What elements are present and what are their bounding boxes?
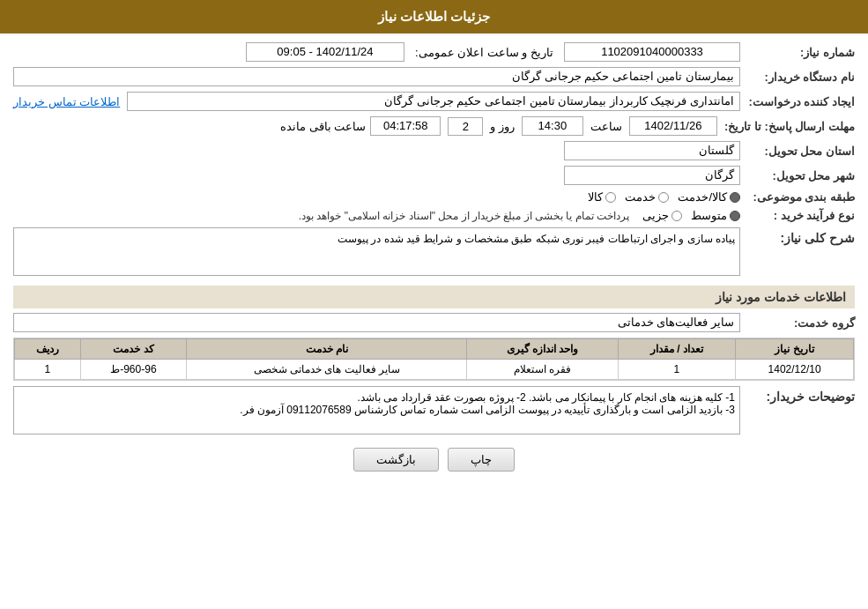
ijad-label: ایجاد کننده درخواست:	[740, 95, 855, 108]
row-shahr: شهر محل تحویل: گرگان	[13, 166, 855, 185]
mohlat-saet-label: ساعت	[590, 120, 622, 133]
nam-dastgah-value: بیمارستان تامین اجتماعی حکیم جرجانی گرگا…	[13, 67, 740, 86]
cell-radif: 1	[15, 360, 81, 380]
btn-chap[interactable]: چاپ	[448, 448, 515, 472]
table-row: 1402/12/10 1 فقره استعلام سایر فعالیت ها…	[15, 360, 854, 380]
row-tosihaat: توضیحات خریدار:	[13, 386, 855, 437]
radio-kala-khedmat-circle	[730, 192, 740, 203]
row-shmare-tarikh: شماره نیاز: 1102091040000333 تاریخ و ساع…	[13, 42, 855, 62]
tabaqe-label: طبقه بندی موضوعی:	[740, 190, 855, 204]
noe-farayand-label: نوع فرآیند خرید :	[740, 209, 855, 222]
row-ostan: استان محل تحویل: گلستان	[13, 141, 855, 160]
radio-khedmat-label: خدمت	[625, 190, 656, 204]
sharh-container	[13, 227, 740, 279]
ettelaat-tamas-link[interactable]: اطلاعات تماس خریدار	[13, 95, 120, 108]
cell-vahed: فقره استعلام	[467, 360, 618, 380]
mohlat-mande-label: ساعت باقی مانده	[280, 120, 366, 133]
cell-tedad: 1	[618, 360, 736, 380]
radio-motavaset: متوسط	[691, 209, 740, 222]
ijad-value: امانتداری فرنچیک کاربرداز بیمارستان تامی…	[127, 92, 740, 111]
services-table-container: تاریخ نیاز تعداد / مقدار واحد اندازه گیر…	[13, 338, 855, 381]
col-tedad: تعداد / مقدار	[618, 339, 736, 360]
radio-kala-label: کالا	[588, 190, 603, 204]
sharh-textarea[interactable]	[13, 227, 740, 276]
cell-nam: سایر فعالیت های خدماتی شخصی	[187, 360, 467, 380]
bottom-buttons: چاپ بازگشت	[13, 448, 855, 472]
ostan-label: استان محل تحویل:	[740, 145, 855, 158]
mohlat-roz-label: روز و	[490, 120, 515, 133]
ostan-value: گلستان	[564, 141, 740, 160]
grohe-khedmat-label: گروه خدمت:	[740, 316, 855, 330]
mohlat-date: 1402/11/26	[629, 116, 717, 136]
row-ijad: ایجاد کننده درخواست: امانتداری فرنچیک کا…	[13, 92, 855, 111]
row-nam-dastgah: نام دستگاه خریدار: بیمارستان تامین اجتما…	[13, 67, 855, 86]
col-vahed: واحد اندازه گیری	[467, 339, 618, 360]
shmare-niyaz-label: شماره نیاز:	[740, 46, 855, 59]
noe-description: پرداخت تمام یا بخشی از مبلغ خریدار از مح…	[299, 210, 629, 222]
tarikh-label: تاریخ و ساعت اعلان عمومی:	[415, 46, 553, 59]
nam-dastgah-label: نام دستگاه خریدار:	[740, 71, 855, 84]
cell-kod: 960-96-ط	[80, 360, 186, 380]
radio-jozi: جزیی	[642, 209, 682, 222]
row-tabaqe: طبقه بندی موضوعی: کالا/خدمت خدمت کالا	[13, 190, 855, 204]
mohlat-mande-value: 04:17:58	[370, 116, 441, 136]
radio-kala-khedmat-label: کالا/خدمت	[678, 190, 727, 204]
col-tarikh-niyaz: تاریخ نیاز	[736, 339, 854, 360]
row-mohlat: مهلت ارسال پاسخ: تا تاریخ: 1402/11/26 سا…	[13, 116, 855, 136]
content-area: شماره نیاز: 1102091040000333 تاریخ و ساع…	[0, 33, 868, 489]
radio-motavaset-circle	[730, 211, 740, 221]
btn-bazgasht[interactable]: بازگشت	[353, 448, 439, 472]
cell-tarikh: 1402/12/10	[736, 360, 854, 380]
tarikh-value: 1402/11/24 - 09:05	[246, 42, 404, 62]
mohlat-label: مهلت ارسال پاسخ: تا تاریخ:	[717, 120, 855, 133]
tabaqe-radio-group: کالا/خدمت خدمت کالا	[588, 190, 740, 204]
noe-radio-group: متوسط جزیی	[642, 209, 740, 222]
sharh-label: شرح کلی نیاز:	[740, 227, 855, 245]
col-radif: ردیف	[15, 339, 81, 360]
mohlat-saet-value: 14:30	[522, 116, 583, 136]
shmare-niyaz-value: 1102091040000333	[564, 42, 740, 62]
tosihaat-label: توضیحات خریدار:	[740, 386, 855, 404]
row-grohe-khedmat: گروه خدمت: سایر فعالیت‌های خدماتی	[13, 313, 855, 332]
table-header-row: تاریخ نیاز تعداد / مقدار واحد اندازه گیر…	[15, 339, 854, 360]
shahr-label: شهر محل تحویل:	[740, 169, 855, 182]
services-table: تاریخ نیاز تعداد / مقدار واحد اندازه گیر…	[14, 338, 854, 380]
col-nam-khedmat: نام خدمت	[187, 339, 467, 360]
radio-jozi-label: جزیی	[642, 209, 669, 222]
tosihaat-textarea[interactable]	[13, 386, 740, 434]
mohlat-roz-value: 2	[448, 117, 483, 136]
shahr-value: گرگان	[564, 166, 740, 185]
col-kod: کد خدمت	[80, 339, 186, 360]
row-noe-farayand: نوع فرآیند خرید : متوسط جزیی پرداخت تمام…	[13, 209, 855, 222]
grohe-khedmat-value: سایر فعالیت‌های خدماتی	[13, 313, 740, 332]
radio-jozi-circle	[671, 211, 682, 221]
radio-kala-khedmat: کالا/خدمت	[678, 190, 740, 204]
radio-khedmat: خدمت	[625, 190, 669, 204]
radio-khedmat-circle	[658, 192, 669, 203]
page-title: جزئیات اطلاعات نیاز	[0, 0, 868, 33]
radio-kala-circle	[605, 192, 616, 203]
page-container: جزئیات اطلاعات نیاز شماره نیاز: 11020910…	[0, 0, 868, 609]
tosihaat-container	[13, 386, 740, 437]
services-section-title: اطلاعات خدمات مورد نیاز	[13, 286, 855, 308]
radio-motavaset-label: متوسط	[691, 209, 727, 222]
row-sharh: شرح کلی نیاز:	[13, 227, 855, 279]
radio-kala: کالا	[588, 190, 616, 204]
